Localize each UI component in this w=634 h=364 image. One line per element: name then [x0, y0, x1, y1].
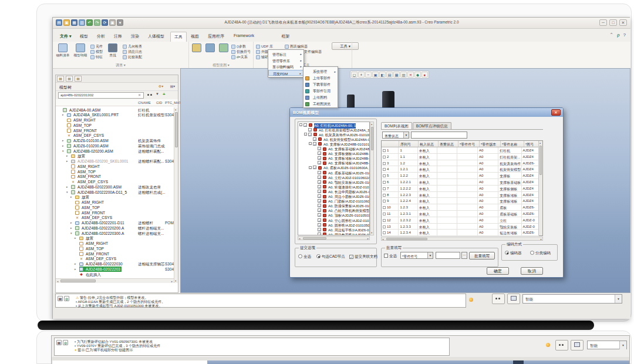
- bom-tree-row[interactable]: ✓A0, 支撑板基础板\AJDZ48B-010...: [298, 147, 370, 151]
- tab-注释[interactable]: 注释: [110, 32, 126, 42]
- cancel-button[interactable]: 取消: [521, 267, 543, 275]
- tab-框架[interactable]: 框架: [278, 32, 294, 42]
- close-button[interactable]: ✕: [619, 19, 627, 26]
- bom-tree-row[interactable]: ✓A0, 顶板\AJDZ6-01010501A, 1: [298, 213, 370, 218]
- bom-tree-row[interactable]: -✓A0, 支撑板\AJDZ48B-010101A, 1: [298, 141, 370, 146]
- filter-icon[interactable]: ▼: [156, 92, 159, 96]
- tree-row-ASM_FRONT[interactable]: ASM_FRONT: [56, 251, 174, 257]
- checkbox[interactable]: ✓: [318, 171, 321, 174]
- redo-icon[interactable]: ↷: [94, 19, 100, 26]
- submenu-item-下载零部件[interactable]: 下载零部件: [303, 81, 338, 87]
- checkbox[interactable]: ✓: [318, 199, 321, 203]
- ribbon-item-模型[interactable]: 模型: [90, 49, 103, 54]
- bom-tree-row[interactable]: ✓A0, 轻便连接柱\AJDZ-01010...: [298, 184, 370, 189]
- checkbox[interactable]: ✓: [318, 147, 321, 150]
- bom-tree-row[interactable]: ✓A0, 支撑板堵板\AJDZ48B-010...: [298, 156, 370, 161]
- regenerate-icon[interactable]: ⟳: [102, 19, 108, 26]
- tree-row-AJDZ48B-02022203[interactable]: ▸AJDZ48B-02022203S30408: [56, 267, 174, 272]
- ribbon-item-比较装配[interactable]: 比较装配: [123, 55, 142, 59]
- search-icon[interactable]: ρ: [617, 32, 620, 38]
- encoder-radio[interactable]: 编码器: [505, 251, 522, 256]
- checkbox[interactable]: ✓: [318, 190, 321, 193]
- bom-table-row-9[interactable]: 91.2.2.4未检入A0支撑板堵板AJDZ4: [382, 198, 539, 204]
- checkbox[interactable]: ✓: [318, 180, 321, 184]
- save-icon[interactable]: ▦: [71, 19, 77, 26]
- tree-row-ASM_DEF_CSYS[interactable]: ✕ASM_DEF_CSYS: [56, 133, 174, 139]
- bom-table-row-5[interactable]: 51.2.2未检入A0支撑板AJDZ4: [382, 173, 539, 179]
- bom-table-row-10[interactable]: 101.2.3未检入A0底板AJDZ6-: [382, 204, 539, 211]
- dialog-title-bar[interactable]: BOM视图模型: [290, 108, 563, 117]
- tab-应用程序[interactable]: 应用程序: [204, 32, 228, 42]
- flexible-modeling-icon-button[interactable]: [191, 43, 203, 52]
- 物料清单-button[interactable]: 物料清单: [55, 43, 70, 58]
- find-icon[interactable]: [147, 93, 149, 96]
- tree-row-ASM_DEF_CSYS[interactable]: ✕ASM_DEF_CSYS: [56, 215, 174, 221]
- clear-search-icon[interactable]: ✕: [138, 93, 141, 97]
- submenu-item-上传零部件[interactable]: 上传零部件: [303, 75, 338, 81]
- window-tool-button[interactable]: [507, 294, 520, 304]
- tree-row-AJDZ48B-0202220200.A[interactable]: ▸AJDZ48B-0202220200.A螺杆进相端支...: [56, 225, 174, 231]
- bom-tree-hscrollbar[interactable]: ◂▸: [298, 236, 370, 240]
- family-table-icon-button[interactable]: [218, 43, 229, 52]
- window-switch-icon[interactable]: ▾: [117, 19, 123, 26]
- checkbox[interactable]: ✓: [318, 185, 321, 188]
- bom-tree-row[interactable]: ✓A0, 底板基础板\AJDZ6-01010...: [298, 170, 370, 175]
- bom-tree-row[interactable]: ✓A0, 长边中间肋板\AJDZ6-010...: [298, 189, 370, 194]
- bom-table-row-7[interactable]: 71.2.2.2未检入A0支撑板侧板AJDZ4: [382, 186, 539, 192]
- tab-人体模型[interactable]: 人体模型: [144, 32, 168, 42]
- bom-table-row-13[interactable]: 131.2.3.3未检入A0颚轮安装板AJDZ-0: [382, 224, 539, 230]
- tree-row-AJDZ48A_SKEL0001.PRT[interactable]: ▸AJDZ48A_SKEL0001.PRT灯柱机骨架模型S30408: [56, 113, 174, 118]
- batch-select-all-checkbox[interactable]: 全选: [384, 254, 397, 259]
- batch-value-input[interactable]: [436, 252, 460, 259]
- bom-table-row-12[interactable]: 121.2.3.2未检入A0立柱AJDZ-0: [382, 217, 539, 224]
- checkbox[interactable]: ✓: [318, 232, 321, 235]
- bom-table-row-8[interactable]: 81.2.2.3未检入A0支撑板堵板AJDZ4: [382, 192, 539, 198]
- bom-tree-row[interactable]: -✓A0, 灯柱机\AJDZ48A-00, 1: [298, 123, 370, 127]
- tree-row-AJDZ48B-02022200A-D11_5[interactable]: ▾AJDZ48B-02022200A-D11_5进相螺杆总成(...: [56, 190, 174, 195]
- bom-tree-row[interactable]: ✓A0, 颚轮安装板\AJDZ6-01010...: [298, 180, 370, 184]
- batch-fill-button[interactable]: 批量填写: [469, 252, 495, 259]
- bom-tree-row[interactable]: ✓A0, 灯柱机骨架模型\AJDZ48A_SKEL...: [298, 127, 370, 132]
- ok-button[interactable]: 确定: [487, 267, 509, 275]
- tree-row-AJDZ48B-020200_SKEL0001[interactable]: ▸AJDZ48B-020200_SKEL0001进相螺杆装配...S30408: [56, 159, 174, 164]
- tree-row-AJDZ48B-020222030[interactable]: ▸AJDZ48B-020222030进相端支撑轴芯S30408: [56, 262, 174, 267]
- bom-tree-vscrollbar[interactable]: ▴▾: [370, 122, 374, 235]
- submenu-item-系统管理[interactable]: 系统管理▸: [303, 68, 338, 75]
- tree-row-ASM_RIGHT[interactable]: ASM_RIGHT: [56, 200, 174, 205]
- collapse-ribbon-icon[interactable]: ⌃: [609, 32, 613, 38]
- settings-icon[interactable]: ⚙▾: [158, 84, 164, 89]
- zoom-box-icon[interactable]: ◻: [351, 72, 358, 77]
- new-file-icon[interactable]: ▤: [56, 19, 62, 26]
- model-intent-icon-button[interactable]: [205, 43, 216, 52]
- tree-row-ASM_FRONT[interactable]: ASM_FRONT: [56, 174, 174, 180]
- tab-工具[interactable]: 工具: [170, 32, 187, 42]
- window-tool-button[interactable]: [571, 340, 584, 350]
- 查找-button[interactable]: 查找: [105, 43, 120, 58]
- checkbox[interactable]: ✓: [308, 133, 312, 136]
- tree-row-ASM_TOP[interactable]: ASM_TOP: [56, 169, 174, 174]
- tree-row-放置[interactable]: ▸放置: [56, 195, 174, 200]
- tree-row-AJDZ48B-02022300.ASM[interactable]: ▸AJDZ48B-02022300.ASM进相改龙右座: [56, 184, 174, 190]
- bom-tree-row[interactable]: ✓A0, 支撑板堵板\AJDZ48B-010...: [298, 161, 370, 166]
- maximize-button[interactable]: □: [609, 19, 617, 26]
- open-file-icon[interactable]: ▣: [63, 19, 70, 26]
- menu-item-显示物料编码[interactable]: 显示物料编码▸: [268, 63, 303, 70]
- bom-column-*零件名称[interactable]: *零件名称: [501, 141, 524, 147]
- tree-row-ASM_RIGHT[interactable]: ASM_RIGHT: [56, 241, 174, 247]
- repaint-icon[interactable]: ◧: [379, 72, 386, 77]
- batch-field-dropdown[interactable]: *零件件号 ▼: [400, 252, 433, 259]
- tab-模型[interactable]: 模型: [76, 32, 92, 42]
- tree-row-ASM_RIGHT[interactable]: ASM_RIGHT: [56, 118, 174, 123]
- view-manager-icon[interactable]: ▥: [400, 72, 407, 77]
- tab-file[interactable]: 文件 ▾: [56, 32, 75, 42]
- zoom-out-icon[interactable]: −: [365, 72, 372, 77]
- tree-row-放置[interactable]: ▸放置: [56, 154, 174, 159]
- checkbox[interactable]: ✓: [318, 151, 321, 155]
- selection-filter-dropdown[interactable]: 智能 ▼: [522, 294, 622, 304]
- bom-tree-row[interactable]: ✓A0, 周边小肋板\AJDZ6-01010...: [298, 194, 370, 199]
- bom-table-hscrollbar[interactable]: ◂▸: [381, 237, 543, 241]
- tree-row-ASM_TOP[interactable]: ASM_TOP: [56, 246, 174, 251]
- ribbon-item-d=关系[interactable]: d=关系: [231, 55, 251, 59]
- checkbox[interactable]: ✓: [313, 166, 316, 169]
- selection-filter-dropdown[interactable]: 智能 ▼: [587, 341, 627, 349]
